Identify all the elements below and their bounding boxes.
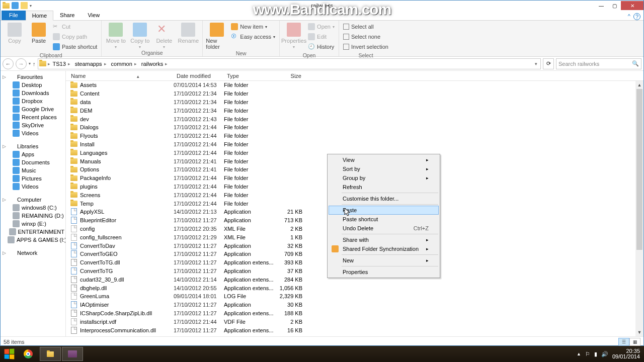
tray-clock[interactable]: 20:3509/01/2014: [612, 348, 640, 359]
nav-item[interactable]: Apps: [1, 150, 65, 158]
file-row[interactable]: DEM 17/10/2012 21:34 File folder: [66, 106, 643, 115]
column-type[interactable]: Type: [224, 73, 274, 79]
ctx-share-with[interactable]: Share with▸: [329, 235, 439, 244]
move-to-button[interactable]: Move to▾: [105, 22, 127, 49]
nav-item[interactable]: windows8 (C:): [1, 204, 65, 212]
nav-item[interactable]: Desktop: [1, 81, 65, 89]
help-icon[interactable]: ?: [633, 13, 640, 20]
column-size[interactable]: Size: [274, 73, 304, 79]
nav-item[interactable]: Videos: [1, 183, 65, 191]
file-row[interactable]: Assets 07/01/2014 14:53 File folder: [66, 81, 643, 89]
qat-dropdown-icon[interactable]: ▾: [30, 4, 32, 8]
ctx-paste[interactable]: Paste: [329, 206, 439, 215]
ribbon-collapse-icon[interactable]: ^: [628, 13, 630, 20]
task-chrome[interactable]: [18, 347, 39, 361]
cut-button[interactable]: ✂Cut: [52, 22, 98, 32]
nav-item[interactable]: Downloads: [1, 89, 65, 97]
ctx-shared-sync[interactable]: Shared Folder Synchronization▸: [329, 244, 439, 253]
nav-item[interactable]: Dropbox: [1, 97, 65, 105]
select-none-button[interactable]: Select none: [342, 32, 389, 42]
file-row[interactable]: installscript.vdf 17/10/2012 21:44 VDF F…: [66, 317, 643, 326]
copy-path-button[interactable]: Copy path: [52, 32, 98, 42]
tab-home[interactable]: Home: [26, 11, 53, 21]
nav-section[interactable]: ▷Libraries: [1, 142, 65, 150]
tray-up-icon[interactable]: ▲: [577, 351, 581, 356]
column-date[interactable]: Date modified: [174, 73, 224, 79]
file-row[interactable]: dbghelp.dll 14/10/2012 20:55 Application…: [66, 284, 643, 292]
ctx-refresh[interactable]: Refresh: [329, 183, 439, 192]
tab-view[interactable]: View: [81, 10, 106, 20]
breadcrumb[interactable]: steamapps▸: [73, 59, 109, 69]
address-path[interactable]: ▸ TS13▸ steamapps▸ common▸ railworks▸ ▾: [38, 58, 541, 69]
nav-item[interactable]: Recent places: [1, 113, 65, 121]
easy-access-button[interactable]: ⦿Easy access ▾: [230, 32, 276, 42]
address-dropdown-icon[interactable]: ▾: [533, 61, 539, 66]
nav-item[interactable]: REMAINING (D:): [1, 212, 65, 220]
nav-back-button[interactable]: ←: [3, 58, 14, 69]
qat-properties-icon[interactable]: [12, 2, 19, 9]
task-winrar[interactable]: [62, 347, 83, 361]
file-row[interactable]: InterprocessCommunication.dll 17/10/2012…: [66, 326, 643, 334]
ctx-paste-shortcut[interactable]: Paste shortcut: [329, 215, 439, 224]
scrollbar[interactable]: ▲ ▼: [635, 81, 643, 336]
copy-button[interactable]: Copy: [4, 22, 26, 44]
column-name[interactable]: Name▲: [68, 73, 174, 79]
nav-up-button[interactable]: ↑: [33, 61, 36, 67]
system-tray[interactable]: ▲ ⚐ ▮ 🔊 20:3509/01/2014: [577, 348, 643, 359]
file-row[interactable]: data 17/10/2012 21:34 File folder: [66, 98, 643, 107]
file-row[interactable]: Install 17/10/2012 21:44 File folder: [66, 140, 643, 149]
file-row[interactable]: ICSharpCode.SharpZipLib.dll 17/10/2012 1…: [66, 309, 643, 318]
tray-volume-icon[interactable]: 🔊: [601, 351, 608, 357]
invert-selection-button[interactable]: Invert selection: [342, 42, 389, 52]
breadcrumb[interactable]: common▸: [109, 59, 139, 69]
nav-section[interactable]: ▷Computer: [1, 196, 65, 204]
nav-item[interactable]: Videos: [1, 129, 65, 137]
nav-recent-dropdown[interactable]: ▾: [29, 61, 31, 66]
ctx-sort-by[interactable]: Sort by▸: [329, 164, 439, 173]
scroll-up-icon[interactable]: ▲: [635, 81, 643, 89]
task-explorer[interactable]: [40, 347, 61, 361]
file-row[interactable]: Dialogs 17/10/2012 21:44 File folder: [66, 123, 643, 132]
nav-item[interactable]: Documents: [1, 158, 65, 166]
refresh-button[interactable]: ⟳: [543, 58, 554, 69]
history-button[interactable]: 🕘History: [307, 42, 336, 52]
nav-item[interactable]: SkyDrive: [1, 121, 65, 129]
ctx-group-by[interactable]: Group by▸: [329, 173, 439, 183]
paste-shortcut-button[interactable]: Paste shortcut: [52, 42, 98, 52]
tray-network-icon[interactable]: ▮: [594, 351, 597, 357]
ctx-customise[interactable]: Customise this folder...: [329, 194, 439, 203]
details-view-toggle[interactable]: ☰: [618, 338, 629, 346]
ctx-undo-delete[interactable]: Undo DeleteCtrl+Z: [329, 224, 439, 233]
nav-item[interactable]: ENTERTAINMENT: [1, 228, 65, 236]
maximize-button[interactable]: ▢: [608, 1, 621, 10]
nav-item[interactable]: APPS & GAMES (I:): [1, 236, 65, 244]
breadcrumb[interactable]: TS13▸: [51, 59, 72, 69]
icons-view-toggle[interactable]: ▦: [629, 338, 640, 346]
start-button[interactable]: [1, 347, 17, 361]
open-button[interactable]: Open ▾: [307, 22, 336, 32]
tab-file[interactable]: File: [2, 10, 26, 20]
ctx-view[interactable]: View▸: [329, 155, 439, 164]
search-input[interactable]: Search railworks 🔍: [556, 58, 641, 69]
nav-item[interactable]: Pictures: [1, 174, 65, 183]
minimize-button[interactable]: —: [595, 1, 608, 10]
select-all-button[interactable]: Select all: [342, 22, 389, 32]
file-row[interactable]: dev 17/10/2012 21:43 File folder: [66, 115, 643, 123]
file-row[interactable]: IAOptimiser 17/10/2012 11:27 Application…: [66, 301, 643, 309]
new-item-button[interactable]: New item ▾: [230, 22, 276, 32]
delete-button[interactable]: ✕Delete▾: [153, 22, 175, 49]
nav-item[interactable]: Music: [1, 166, 65, 174]
tab-share[interactable]: Share: [53, 10, 81, 20]
properties-button[interactable]: Properties▾: [283, 22, 305, 49]
nav-item[interactable]: winxp (E:): [1, 220, 65, 228]
ctx-properties[interactable]: Properties: [329, 267, 439, 277]
file-row[interactable]: GreenLuma 09/01/2014 18:01 LOG File 2,32…: [66, 292, 643, 301]
nav-section[interactable]: ▷Network: [1, 249, 65, 257]
tray-action-center-icon[interactable]: ⚐: [585, 351, 590, 357]
paste-button[interactable]: Paste: [28, 22, 50, 44]
qat-newfolder-icon[interactable]: [21, 2, 28, 9]
breadcrumb[interactable]: railworks▸: [139, 59, 170, 69]
close-button[interactable]: ✕: [621, 1, 643, 10]
nav-item[interactable]: Google Drive: [1, 105, 65, 113]
scroll-down-icon[interactable]: ▼: [635, 328, 643, 336]
